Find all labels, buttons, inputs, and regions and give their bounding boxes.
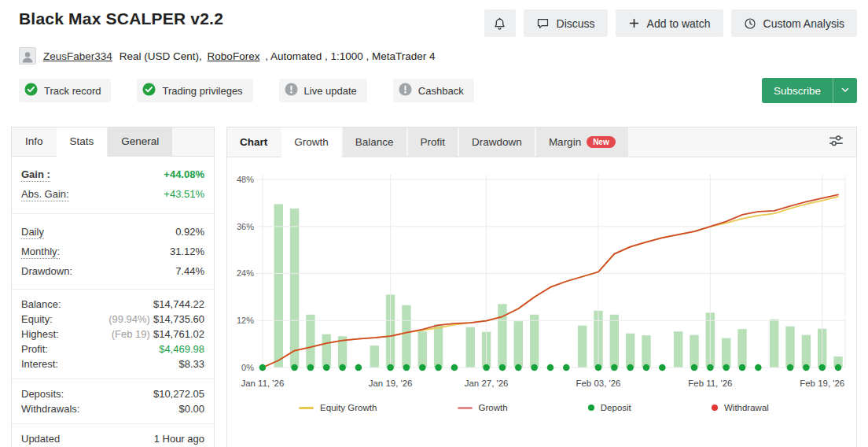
- stat-row: Drawdown:7.44%: [21, 265, 204, 277]
- subscribe-dropdown-button[interactable]: [833, 78, 857, 103]
- tab-balance[interactable]: Balance: [343, 127, 406, 157]
- stat-row: Monthly:31.12%: [21, 246, 204, 259]
- stats-tabbar: InfoStatsGeneral: [12, 127, 214, 157]
- subscribe-button[interactable]: Subscribe: [762, 78, 833, 103]
- legend-label: Withdrawal: [724, 403, 769, 412]
- discuss-button[interactable]: Discuss: [524, 9, 608, 37]
- stat-row: Deposits:$10,272.05: [21, 388, 204, 400]
- stat-value-wrap: $10,272.05: [153, 388, 204, 400]
- growth-chart[interactable]: 0%12%24%36%48%Jan 11, '26Jan 19, '26Jan …: [230, 162, 850, 398]
- stat-value-wrap: (99.94%)$14,735.60: [108, 313, 204, 325]
- gain-bar: [498, 304, 506, 368]
- verification-badge: Trading privileges: [137, 79, 252, 102]
- discuss-label: Discuss: [557, 17, 595, 30]
- tab-drawdown[interactable]: Drawdown: [459, 127, 535, 157]
- gain-bar: [578, 326, 587, 368]
- stat-value: 1 Hour ago: [154, 433, 204, 445]
- deposit-dot: [387, 364, 394, 371]
- deposit-dot: [835, 364, 842, 371]
- broker-link[interactable]: RoboForex: [208, 50, 260, 62]
- legend-item[interactable]: Deposit: [588, 403, 631, 412]
- stat-group: Updated1 Hour agoTracking5: [12, 424, 214, 447]
- legend-item[interactable]: Withdrawal: [712, 403, 769, 412]
- deposit-dot: [611, 364, 618, 371]
- new-badge: New: [587, 136, 616, 148]
- gain-bar: [674, 331, 682, 368]
- tab-profit[interactable]: Profit: [408, 127, 458, 157]
- tab-margin[interactable]: MarginNew: [536, 127, 628, 157]
- gain-bar: [626, 334, 634, 368]
- badge-label: Track record: [44, 85, 101, 97]
- chart-tabs: ChartGrowthBalanceProfitDrawdownMarginNe…: [227, 127, 630, 157]
- stat-value: $0.00: [178, 403, 204, 415]
- tab-chart[interactable]: Chart: [227, 127, 280, 157]
- gain-bar: [642, 335, 650, 368]
- stat-value: 7.44%: [175, 265, 204, 277]
- legend-withdrawal-swatch: [712, 405, 718, 411]
- y-axis-label: 12%: [237, 316, 254, 325]
- account-type: Real (USD Cent),: [120, 50, 202, 62]
- topbar: Black Max SCALPER v2.2 Discuss Add to wa…: [0, 0, 868, 37]
- add-to-watch-label: Add to watch: [647, 17, 711, 30]
- stat-label: Profit:: [21, 343, 48, 355]
- legend-item[interactable]: Growth: [458, 403, 508, 412]
- tab-general[interactable]: General: [108, 127, 172, 156]
- stat-value: 0.92%: [175, 226, 204, 238]
- stat-row: Updated1 Hour ago: [21, 433, 204, 445]
- gain-bar: [402, 305, 410, 368]
- deposit-dot: [659, 364, 666, 371]
- verification-badge: Track record: [19, 79, 111, 102]
- tab-info[interactable]: Info: [12, 127, 57, 156]
- legend-item[interactable]: Equity Growth: [299, 403, 377, 412]
- page: Black Max SCALPER v2.2 Discuss Add to wa…: [0, 0, 868, 447]
- page-title: Black Max SCALPER v2.2: [19, 9, 223, 28]
- stats-panel: InfoStatsGeneral Gain :+44.08%Abs. Gain:…: [11, 127, 215, 447]
- info-circle-icon: [399, 83, 412, 98]
- stat-row: Highest:(Feb 19)$14,761.02: [21, 328, 204, 340]
- add-to-watch-button[interactable]: Add to watch: [616, 9, 723, 37]
- deposit-dot: [403, 364, 410, 371]
- bell-icon: [493, 17, 506, 31]
- badge-row: Track recordTrading privilegesLive updat…: [0, 78, 868, 103]
- tab-growth[interactable]: Growth: [281, 127, 341, 157]
- gain-bar: [514, 321, 523, 368]
- chart-settings-button[interactable]: [827, 132, 845, 152]
- stat-value-wrap: $4,469.98: [159, 343, 204, 355]
- custom-analysis-button[interactable]: Custom Analysis: [731, 9, 857, 37]
- gain-bar: [690, 335, 698, 368]
- deposit-dot: [307, 364, 314, 371]
- stat-value-wrap: +44.08%: [164, 168, 204, 180]
- x-axis-label: Jan 19, '26: [369, 379, 413, 388]
- stat-value-wrap: 31.12%: [170, 246, 204, 257]
- stat-label: Daily: [21, 226, 44, 239]
- stat-label: Deposits:: [21, 388, 64, 400]
- stat-label: Balance:: [21, 298, 61, 310]
- deposit-dot: [723, 364, 730, 371]
- subscribe-split-button: Subscribe: [762, 78, 857, 103]
- plus-icon: [628, 17, 640, 29]
- y-axis-label: 48%: [237, 175, 254, 184]
- gain-bar: [770, 320, 778, 368]
- custom-analysis-label: Custom Analysis: [763, 17, 844, 30]
- username-link[interactable]: ZeusFaber334: [43, 50, 112, 62]
- stat-value: 31.12%: [170, 246, 204, 257]
- top-actions: Discuss Add to watch Custom Analysis: [484, 9, 857, 37]
- stat-label: Abs. Gain:: [21, 188, 69, 201]
- gain-bar: [610, 315, 619, 368]
- notifications-button[interactable]: [484, 9, 516, 37]
- gain-bar: [466, 327, 475, 368]
- deposit-dot: [818, 364, 826, 371]
- info-circle-icon: [285, 83, 298, 98]
- stat-group: Balance:$14,744.22Equity:(99.94%)$14,735…: [12, 290, 214, 379]
- gain-bar: [785, 327, 794, 368]
- stat-group: Daily0.92%Monthly:31.12%Drawdown:7.44%: [12, 214, 214, 290]
- stat-label: Interest:: [21, 358, 58, 370]
- deposit-dot: [803, 364, 810, 371]
- tab-stats[interactable]: Stats: [57, 127, 108, 157]
- stat-label: Highest:: [21, 328, 59, 340]
- gain-bar: [322, 334, 331, 368]
- x-axis-label: Feb 11, '26: [688, 379, 732, 388]
- stat-row: Daily0.92%: [21, 226, 204, 239]
- gain-bar: [722, 338, 730, 368]
- deposit-dot: [691, 364, 698, 371]
